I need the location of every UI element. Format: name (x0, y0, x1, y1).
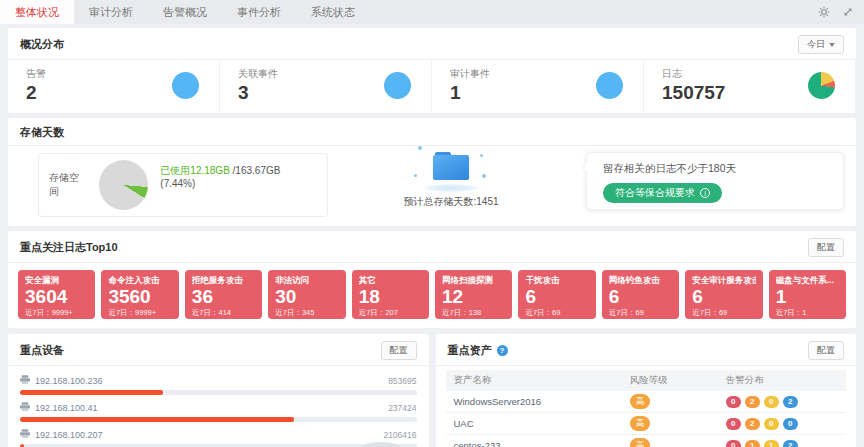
storage-days-value: 1451 (476, 196, 498, 207)
log-card-recent-label: 近7日： (609, 308, 636, 317)
device-ip: 192.168.100.207 (35, 430, 103, 440)
log-card-recent-value: 69 (636, 308, 644, 317)
device-bar-track (20, 417, 417, 422)
nav-tab[interactable]: 系统状态 (296, 0, 370, 24)
stat-circle-icon (596, 72, 623, 99)
log-card[interactable]: 干扰攻击 6 近7日：69 (518, 270, 595, 319)
log-card-recent-label: 近7日： (776, 308, 803, 317)
top-logs-section: 重点关注日志Top10 配置 安全漏洞 3604 近7日：9999+ 命令注入攻… (8, 231, 856, 328)
alarm-badge-medium: 0 (764, 418, 779, 430)
stat-label: 日志 (662, 67, 725, 81)
log-card[interactable]: 其它 18 近7日：207 (352, 270, 429, 319)
log-card-recent-value: 138 (469, 308, 482, 317)
top-logs-config-button[interactable]: 配置 (808, 238, 844, 257)
log-card-recent-value: 69 (552, 308, 560, 317)
nav-tab[interactable]: 事件分析 (222, 0, 296, 24)
log-card[interactable]: 命令注入攻击 3560 近7日：9999+ (101, 270, 178, 319)
asset-row[interactable]: centos-233 高 0112 (446, 435, 847, 447)
nav-tab[interactable]: 告警概况 (148, 0, 222, 24)
log-card-recent: 近7日：207 (359, 308, 422, 318)
storage-days-caption: 预计总存储天数:1451 (396, 195, 506, 209)
log-card[interactable]: 安全审计服务攻击 6 近7日：69 (685, 270, 762, 319)
devices-config-button[interactable]: 配置 (381, 341, 417, 360)
top-logs-cards: 安全漏洞 3604 近7日：9999+ 命令注入攻击 3560 近7日：9999… (8, 263, 856, 319)
nav-tab-label: 事件分析 (237, 5, 281, 20)
log-card-recent: 近7日：414 (192, 308, 255, 318)
fullscreen-icon[interactable] (842, 6, 854, 18)
assets-config-button[interactable]: 配置 (808, 341, 844, 360)
storage-space-label: 存储空间 (49, 171, 89, 199)
stat-value: 150757 (662, 82, 725, 104)
help-icon[interactable]: ? (497, 345, 508, 356)
alarm-distribution: 0112 (718, 435, 846, 447)
storage-space-box: 存储空间 已使用12.18GB /163.67GB (7.44%) (38, 153, 328, 217)
storage-days-figure: 预计总存储天数:1451 (396, 148, 506, 209)
log-card[interactable]: 网络钓鱼攻击 6 近7日：69 (602, 270, 679, 319)
assets-col-alarms: 告警分布 (718, 370, 846, 391)
stat-circle-icon (808, 72, 835, 99)
alarm-badge-medium: 0 (764, 396, 779, 408)
device-icon (20, 375, 30, 386)
asset-row[interactable]: WindowsServer2016 高 0202 (446, 391, 847, 413)
period-dropdown-value: 今日 (807, 38, 825, 51)
asset-row[interactable]: UAC 高 0200 (446, 413, 847, 435)
log-card-recent-value: 345 (302, 308, 315, 317)
device-icon (20, 402, 30, 413)
log-card-recent-label: 近7日： (525, 308, 552, 317)
log-card-recent-value: 1 (802, 308, 806, 317)
stat-card[interactable]: 审计事件 1 (432, 60, 644, 113)
log-card[interactable]: 网络扫描探测 12 近7日：138 (435, 270, 512, 319)
stat-value: 2 (26, 82, 46, 104)
stat-circle-icon (384, 72, 411, 99)
device-row[interactable]: 192.168.100.41 237424 (20, 402, 417, 422)
storage-section: 存储天数 存储空间 已使用12.18GB /163.67GB (7.44%) 预… (8, 118, 856, 226)
log-card[interactable]: 拒绝服务攻击 36 近7日：414 (185, 270, 262, 319)
compliance-button[interactable]: 符合等保合规要求 i (603, 183, 722, 203)
log-card[interactable]: 非法访问 30 近7日：345 (268, 270, 345, 319)
log-card-recent: 近7日：69 (609, 308, 672, 318)
assets-title: 重点资产 ? (448, 343, 508, 358)
alarm-badge-high: 1 (745, 440, 760, 447)
stat-card[interactable]: 关联事件 3 (220, 60, 432, 113)
top-logs-title: 重点关注日志Top10 (20, 240, 118, 255)
storage-usage-text: 已使用12.18GB /163.67GB (7.44%) (160, 164, 317, 189)
assets-table: 资产名称 风险等级 告警分布 WindowsServer2016 高 0202 (446, 370, 847, 447)
alarm-badge-low: 2 (783, 396, 798, 408)
log-card-recent-value: 414 (218, 308, 231, 317)
log-card-recent-label: 近7日： (359, 308, 386, 317)
info-icon: i (700, 188, 710, 198)
period-dropdown[interactable]: 今日 (798, 35, 844, 54)
log-card[interactable]: 安全漏洞 3604 近7日：9999+ (18, 270, 95, 319)
stat-card[interactable]: 日志 150757 (644, 60, 856, 113)
log-card-value: 6 (525, 287, 588, 308)
log-card-recent: 近7日：69 (692, 308, 755, 318)
log-card-value: 30 (275, 287, 338, 308)
device-ip: 192.168.100.236 (35, 376, 103, 386)
device-row[interactable]: 192.168.100.207 2106416 (20, 429, 417, 447)
log-card-value: 12 (442, 287, 505, 308)
device-count: 2106416 (383, 430, 416, 440)
asset-name: WindowsServer2016 (446, 391, 622, 413)
stat-card[interactable]: 告警 2 (8, 60, 220, 113)
compliance-bubble: 留存相关的日志不少于180天 符合等保合规要求 i (586, 152, 844, 210)
devices-list: 192.168.100.236 853695 (8, 366, 429, 447)
log-card-value: 1 (776, 287, 839, 308)
log-card-recent: 近7日：9999+ (108, 308, 171, 318)
log-card[interactable]: 磁盘与文件系... 1 近7日：1 (769, 270, 846, 319)
assets-title-text: 重点资产 (448, 343, 492, 358)
gear-icon[interactable] (818, 6, 830, 18)
log-card-recent-value: 9999+ (135, 308, 156, 317)
log-card-value: 6 (692, 287, 755, 308)
log-card-recent-label: 近7日： (108, 308, 135, 317)
storage-days-label: 预计总存储天数: (403, 196, 476, 207)
device-count: 853695 (388, 376, 416, 386)
device-row[interactable]: 192.168.100.236 853695 (20, 375, 417, 395)
storage-used-label: 已使用 (160, 165, 190, 176)
compliance-button-label: 符合等保合规要求 (615, 186, 695, 200)
device-bar-fill (20, 390, 163, 395)
nav-tab[interactable]: 审计分析 (74, 0, 148, 24)
alarm-badge-high: 2 (745, 418, 760, 430)
alarm-badge-medium: 1 (764, 440, 779, 447)
stat-circle-icon (172, 72, 199, 99)
nav-tab[interactable]: 整体状况 (0, 0, 74, 24)
